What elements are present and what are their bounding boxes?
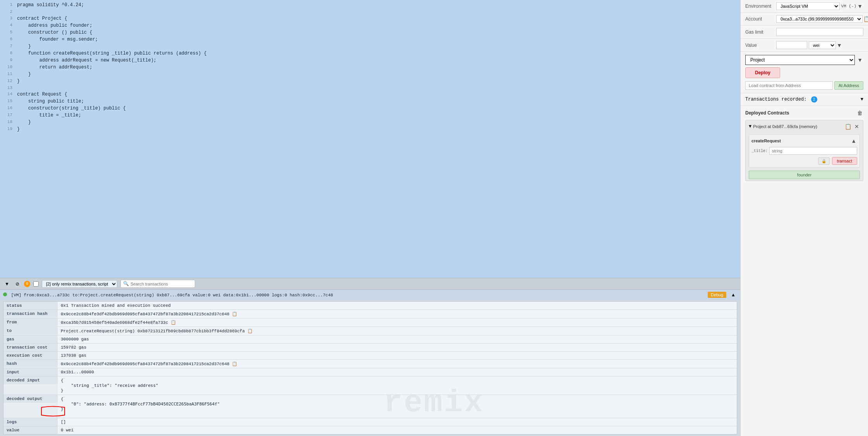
code-line: 17 title = _title; bbox=[0, 112, 740, 119]
contract-header[interactable]: ▼ Project at 0xb87...69cfa (memory) 📋 ✕ bbox=[746, 120, 863, 133]
tx-row-value: 3000000 gas bbox=[58, 335, 737, 343]
code-text: title = _title; bbox=[17, 112, 81, 119]
code-text: } bbox=[17, 78, 20, 85]
gas-limit-label: Gas limit bbox=[745, 29, 776, 35]
environment-row: Environment JavaScript VM VM (-) ▼ bbox=[741, 0, 868, 13]
debug-button[interactable]: Debug bbox=[708, 292, 726, 298]
value-label: Value bbox=[745, 43, 776, 48]
contract-dropdown[interactable]: ▼ bbox=[856, 56, 863, 64]
filter-select[interactable]: [2] only remix transactions, script bbox=[42, 280, 117, 288]
collapse-btn[interactable]: ▼ bbox=[3, 280, 11, 287]
at-address-button[interactable]: At Address bbox=[834, 81, 863, 90]
tx-recorded-label: Transactions recorded: 2 bbox=[745, 96, 817, 103]
search-wrapper: 🔍 bbox=[120, 280, 195, 288]
line-number: 8 bbox=[3, 50, 12, 56]
encode-button[interactable]: 🔒 bbox=[818, 157, 830, 165]
value-unit-select[interactable]: wei bbox=[809, 41, 836, 49]
tx-row-label: logs bbox=[3, 418, 58, 426]
code-line: 2 bbox=[0, 9, 740, 15]
gas-limit-input[interactable]: 3000000 bbox=[776, 28, 863, 36]
line-number: 18 bbox=[3, 119, 12, 125]
vm-dropdown[interactable]: ▼ bbox=[856, 2, 863, 10]
line-number: 19 bbox=[3, 126, 12, 132]
expand-icon: ▼ bbox=[749, 124, 751, 129]
tx-row-value: 159782 gas bbox=[58, 344, 737, 351]
clear-btn[interactable]: ⊘ bbox=[14, 280, 21, 287]
line-number: 12 bbox=[3, 78, 12, 84]
code-text: string public title; bbox=[17, 98, 84, 105]
load-address-input[interactable] bbox=[745, 81, 833, 90]
tx-row-label: gas bbox=[3, 335, 58, 343]
line-number: 17 bbox=[3, 112, 12, 118]
tx-row-label: status bbox=[3, 302, 58, 309]
deploy-section: Project ▼ Deploy At Address bbox=[741, 52, 868, 93]
value-input[interactable]: 0 bbox=[776, 41, 807, 49]
console-panel: ▼ ⊘ 0 [2] only remix transactions, scrip… bbox=[0, 278, 740, 436]
expand-btn[interactable]: ▲ bbox=[729, 291, 737, 298]
search-input[interactable] bbox=[130, 282, 192, 286]
table-row: gas3000000 gas bbox=[3, 335, 737, 344]
code-text: pragma solidity ^0.4.24; bbox=[17, 2, 84, 9]
close-contract-btn[interactable]: ✕ bbox=[854, 123, 860, 130]
tx-row-value: { "0": "address: 0x87377f4BFccF77bB4D450… bbox=[58, 395, 737, 418]
tx-row-value: 0x9cce2c88b4fe3df42bdb969d095cfa8437472b… bbox=[58, 310, 737, 318]
tx-count-badge: 2 bbox=[811, 96, 817, 103]
code-text: function createRequest(string _title) pu… bbox=[17, 50, 207, 57]
value-dropdown[interactable]: ▼ bbox=[836, 41, 843, 49]
deploy-button[interactable]: Deploy bbox=[745, 67, 780, 78]
tx-row-value: [] bbox=[58, 418, 737, 426]
code-text: } bbox=[17, 43, 31, 50]
table-row: toProject.createRequest(string) 0xb87213… bbox=[3, 327, 737, 335]
line-number: 9 bbox=[3, 57, 12, 63]
load-address-row: At Address bbox=[745, 81, 863, 90]
code-text: constructor () public { bbox=[17, 29, 92, 36]
contract-select[interactable]: Project bbox=[745, 55, 855, 65]
copy-icon[interactable]: 📋 bbox=[230, 312, 238, 316]
copy-contract-btn[interactable]: 📋 bbox=[844, 123, 852, 130]
founder-button[interactable]: founder bbox=[749, 171, 860, 179]
method-expand-icon[interactable]: ▲ bbox=[850, 137, 857, 145]
copy-icon[interactable]: 📋 bbox=[230, 362, 238, 366]
tx-row-label: transaction cost bbox=[3, 344, 58, 351]
code-line: 7 } bbox=[0, 43, 740, 50]
copy-icon[interactable]: 📋 bbox=[245, 329, 253, 333]
table-row: hash0x9cce2c88b4fe3df42bdb969d095cfa8437… bbox=[3, 360, 737, 368]
code-line: 5 constructor () public { bbox=[0, 29, 740, 36]
code-line: 3contract Project { bbox=[0, 15, 740, 22]
environment-select[interactable]: JavaScript VM bbox=[776, 2, 840, 10]
code-line: 9 address addrRequest = new Request(_tit… bbox=[0, 57, 740, 64]
title-param-input[interactable] bbox=[769, 147, 857, 155]
account-select[interactable]: 0xca3...a733c (99.9999999999988550 bbox=[776, 15, 863, 23]
tx-row-label: from bbox=[3, 318, 58, 326]
line-number: 15 bbox=[3, 98, 12, 104]
tx-row-value: Project.createRequest(string) 0xb8721312… bbox=[58, 327, 737, 335]
code-editor[interactable]: 1pragma solidity ^0.4.24;23contract Proj… bbox=[0, 0, 740, 278]
tx-row-label: hash bbox=[3, 360, 58, 368]
tx-row-value: 0x1 Transaction mined and execution succ… bbox=[58, 302, 737, 309]
code-line: 12} bbox=[0, 78, 740, 85]
tx-row-label: input bbox=[3, 368, 58, 376]
transact-button[interactable]: transact bbox=[832, 157, 857, 165]
code-text: return addrRequest; bbox=[17, 64, 92, 71]
trash-icon[interactable]: 🗑 bbox=[856, 109, 863, 117]
deployed-header: Deployed Contracts 🗑 bbox=[745, 109, 863, 117]
line-number: 7 bbox=[3, 43, 12, 50]
line-number: 4 bbox=[3, 22, 12, 29]
copy-icon[interactable]: 📋 bbox=[168, 320, 176, 325]
chevron-down-icon: ▼ bbox=[861, 97, 863, 102]
code-line: 8 function createRequest(string _title) … bbox=[0, 50, 740, 57]
table-row: transaction hash0x9cce2c88b4fe3df42bdb96… bbox=[3, 310, 737, 318]
line-number: 5 bbox=[3, 29, 12, 36]
tx-recorded-header[interactable]: Transactions recorded: 2 ▼ bbox=[745, 96, 863, 103]
method-actions: 🔒 transact bbox=[751, 157, 857, 165]
line-number: 2 bbox=[3, 9, 12, 15]
copy-account-btn[interactable]: 📋 bbox=[863, 15, 868, 23]
method-name: createRequest bbox=[751, 138, 781, 143]
tx-row-label: decoded input bbox=[3, 376, 58, 384]
green-dot bbox=[3, 292, 7, 296]
code-line: 4 address public founder; bbox=[0, 22, 740, 29]
table-row: decoded input{ "string _title": "receive… bbox=[3, 376, 737, 395]
code-text: address addrRequest = new Request(_title… bbox=[17, 57, 156, 64]
checkbox[interactable] bbox=[33, 281, 39, 287]
code-text: contract Request { bbox=[17, 91, 67, 98]
